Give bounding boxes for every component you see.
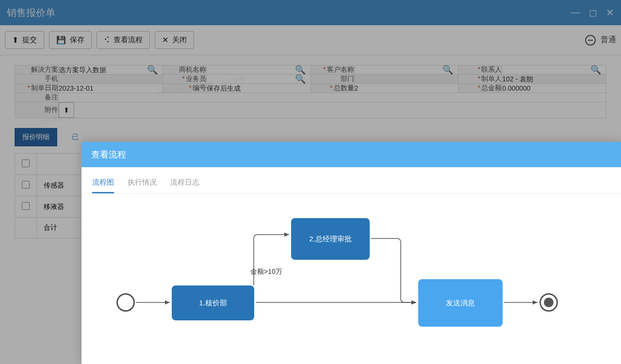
flow-node-label: 1.核价部 — [199, 299, 227, 308]
modal-tabs: 流程图 执行情况 流程日志 — [82, 167, 621, 194]
flow-node-label: 2.总经理审批 — [309, 235, 352, 244]
flow-canvas: 1.核价部 2.总经理审批 金额>10万 发送消息 — [82, 194, 621, 364]
modal-title: 查看流程 — [82, 142, 621, 167]
end-inner-icon — [544, 298, 554, 307]
flow-start-node[interactable] — [116, 293, 135, 312]
flow-node-label: 发送消息 — [446, 299, 475, 308]
flow-node-pricing[interactable]: 1.核价部 — [172, 285, 254, 320]
tab-flow-graph[interactable]: 流程图 — [92, 174, 114, 193]
tab-exec-status[interactable]: 执行情况 — [128, 174, 157, 193]
flow-node-send-msg[interactable]: 发送消息 — [418, 279, 503, 327]
flow-end-node[interactable] — [539, 293, 558, 312]
flow-node-gm-approval[interactable]: 2.总经理审批 — [291, 218, 370, 260]
flow-condition-label: 金额>10万 — [250, 268, 282, 276]
flow-modal: 查看流程 流程图 执行情况 流程日志 1.核价部 — [82, 142, 621, 364]
tab-flow-log[interactable]: 流程日志 — [170, 174, 199, 193]
